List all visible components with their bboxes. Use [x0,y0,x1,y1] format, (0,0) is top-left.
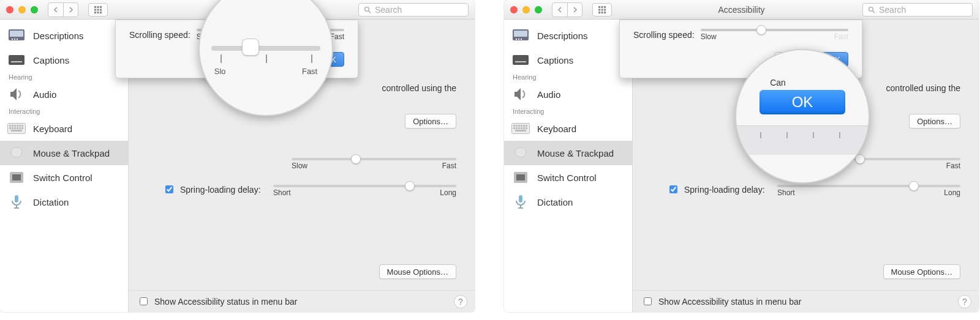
svg-rect-39 [601,6,603,8]
zoom-window-icon[interactable] [31,6,38,13]
svg-rect-19 [9,125,11,127]
svg-rect-23 [19,125,21,127]
sidebar-item-switch-control[interactable]: Switch Control [504,165,632,190]
double-click-slider[interactable]: Slow Fast [292,158,456,170]
spring-loading-label: Spring-loading delay: [180,185,261,195]
svg-rect-66 [521,127,522,129]
forward-button[interactable] [63,3,78,17]
sidebar-item-descriptions[interactable]: Descriptions [0,23,128,48]
sidebar-item-descriptions[interactable]: Descriptions [504,23,632,48]
show-all-preferences-button[interactable] [88,3,108,17]
zoom-window-icon[interactable] [535,6,542,13]
mouse-options-button[interactable]: Mouse Options… [379,264,456,279]
help-button[interactable]: ? [958,295,971,308]
svg-rect-59 [518,125,520,127]
forward-button[interactable] [567,3,582,17]
svg-rect-1 [97,6,99,8]
sidebar-item-captions[interactable]: Captions [0,48,128,72]
slider-label-fast: Fast [946,162,960,170]
search-icon [364,6,371,13]
slider-label-short: Short [777,188,795,197]
mouse-options-button[interactable]: Mouse Options… [883,264,960,279]
options-button[interactable]: Options… [909,114,960,128]
svg-rect-29 [19,127,21,129]
sidebar: Descriptions Captions Hearing Audio Inte… [0,20,129,312]
svg-rect-50 [514,31,527,37]
keyboard-icon [511,121,530,136]
svg-rect-8 [100,12,102,13]
show-status-menubar-label: Show Accessibility status in menu bar [154,297,297,307]
svg-rect-44 [598,12,600,13]
screenshot-right: Accessibility Search Descriptions [504,0,979,312]
show-all-preferences-button[interactable] [592,3,612,17]
svg-rect-12 [10,31,23,37]
spring-loading-slider[interactable]: Short Long [273,185,456,197]
svg-rect-24 [21,125,23,127]
svg-rect-21 [14,125,16,127]
sidebar-item-label: Captions [33,55,69,65]
close-window-icon[interactable] [6,6,13,13]
slider-label-long: Long [440,188,456,197]
sidebar-item-dictation[interactable]: Dictation [0,190,128,214]
show-status-menubar-label: Show Accessibility status in menu bar [658,297,801,307]
spring-loading-checkbox[interactable] [165,185,173,193]
svg-point-9 [365,7,369,11]
lens-cancel-fragment: Can [770,78,786,87]
svg-point-47 [869,7,873,11]
sidebar-item-keyboard[interactable]: Keyboard [504,116,632,141]
svg-rect-52 [518,39,519,40]
svg-rect-46 [604,12,606,13]
svg-rect-70 [515,147,526,157]
svg-rect-68 [526,127,527,129]
show-status-menubar-checkbox[interactable] [140,297,148,305]
footer-bar: Show Accessibility status in menu bar [129,290,475,312]
captions-icon [511,53,530,67]
svg-rect-51 [516,39,517,40]
sidebar-item-mouse-trackpad[interactable]: Mouse & Trackpad [504,141,632,165]
svg-rect-41 [598,9,600,10]
svg-rect-3 [94,9,96,10]
sidebar-item-dictation[interactable]: Dictation [504,190,632,214]
sidebar-item-label: Descriptions [537,31,588,41]
search-placeholder: Search [375,5,402,15]
close-window-icon[interactable] [510,6,518,13]
svg-rect-25 [9,127,11,129]
back-button[interactable] [552,3,567,17]
back-button[interactable] [48,3,63,17]
svg-rect-22 [17,125,18,127]
minimize-window-icon[interactable] [18,6,26,13]
speaker-icon [511,87,530,102]
sidebar-item-captions[interactable]: Captions [504,48,632,72]
sidebar-item-label: Descriptions [33,31,84,41]
spring-loading-checkbox[interactable] [669,185,677,193]
help-button[interactable]: ? [454,295,467,308]
search-field[interactable]: Search [358,3,469,17]
window-titlebar: Accessibility Search [504,0,979,20]
svg-rect-58 [516,125,518,127]
sidebar-item-audio[interactable]: Audio [504,82,632,106]
footer-bar: Show Accessibility status in menu bar [633,290,979,312]
minimize-window-icon[interactable] [522,6,530,13]
screenshot-left: Ac Search Descriptions Captions [0,0,475,312]
sidebar-item-switch-control[interactable]: Switch Control [0,165,128,190]
spring-loading-slider[interactable]: Short Long [777,185,960,197]
sidebar-heading-hearing: Hearing [504,72,632,82]
svg-rect-28 [17,127,18,129]
sidebar-item-keyboard[interactable]: Keyboard [0,116,128,141]
search-field[interactable]: Search [862,3,973,17]
scrolling-speed-slider[interactable]: Slow Fast [701,29,848,41]
sidebar-item-audio[interactable]: Audio [0,82,128,106]
svg-rect-54 [513,55,529,65]
sidebar-item-label: Audio [33,89,56,100]
svg-rect-13 [12,39,13,40]
sidebar-item-mouse-trackpad[interactable]: Mouse & Trackpad [0,141,128,165]
sidebar-item-label: Switch Control [33,173,92,183]
svg-rect-16 [9,55,24,65]
svg-rect-30 [21,127,23,129]
options-button[interactable]: Options… [405,114,456,128]
slider-label-short: Short [273,188,291,197]
svg-rect-32 [11,147,22,157]
show-status-menubar-checkbox[interactable] [644,297,652,305]
svg-rect-42 [601,9,603,10]
svg-rect-64 [516,127,518,129]
